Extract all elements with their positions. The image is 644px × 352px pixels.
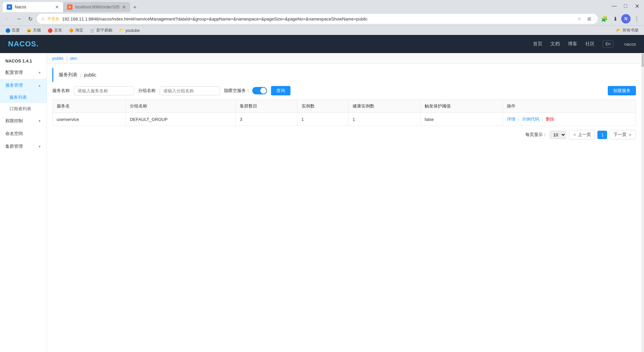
profile-button[interactable]: N: [621, 14, 631, 24]
close-button[interactable]: ✕: [633, 2, 641, 10]
per-page-select[interactable]: 10 20 50: [550, 131, 566, 139]
url-display: 192.168.11.1:8848/nacos/index.html#/serv…: [62, 16, 572, 21]
ns-tab-dev[interactable]: dev: [70, 56, 77, 61]
maximize-button[interactable]: □: [621, 2, 630, 10]
reload-button[interactable]: ↻: [25, 14, 35, 24]
service-table: 服务名 分组名称 集群数目 实例数 健康实例数 触发保护阈值 操作 userse…: [52, 99, 636, 126]
tab-order-close[interactable]: ✕: [122, 4, 126, 10]
browser-toolbar: ← → ↻ ⚠ 不安全 192.168.11.1:8848/nacos/inde…: [0, 12, 644, 26]
sidebar-version: NACOS 1.4.1: [0, 53, 47, 66]
menu-button[interactable]: ⋮: [632, 14, 641, 24]
bookmark-taobao[interactable]: 🔶 淘宝: [66, 27, 86, 34]
new-tab-button[interactable]: +: [130, 3, 140, 12]
nav-home[interactable]: 首页: [533, 41, 542, 47]
group-name-input[interactable]: [160, 86, 220, 95]
browser-titlebar: N Nacos ✕ ⊙ localhost:8080/order/105 ✕ +…: [0, 0, 644, 12]
browser-toolbar-actions: 🧩 ⬇ N ⋮: [600, 14, 641, 24]
bookmark-jd[interactable]: 🔴 京东: [45, 27, 65, 34]
youtube-label: youtube: [125, 28, 140, 33]
action-sample-code[interactable]: 示例代码: [522, 117, 539, 122]
browser-tab-order[interactable]: ⊙ localhost:8080/order/105 ✕: [63, 2, 130, 12]
action-delete[interactable]: 删除: [546, 117, 554, 122]
lang-button[interactable]: En: [603, 40, 614, 48]
page-header: 服务列表 | public: [52, 68, 636, 82]
extensions-button[interactable]: 🧩: [600, 14, 609, 24]
baidu-icon: 🔵: [5, 28, 10, 33]
address-bar[interactable]: ⚠ 不安全 192.168.11.1:8848/nacos/index.html…: [37, 14, 598, 24]
tab-nacos-label: Nacos: [15, 5, 52, 9]
browser-tabs: N Nacos ✕ ⊙ localhost:8080/order/105 ✕ +: [3, 0, 610, 12]
pagination: 每页显示： 10 20 50 ＜ 上一页 1 下一页 ＞: [47, 126, 641, 143]
minimize-button[interactable]: —: [610, 2, 619, 10]
main-layout: NACOS 1.4.1 配置管理 ▼ 服务管理 ▲ 服务列表 订阅者列表 权限控…: [0, 53, 644, 352]
col-actions: 操作: [503, 100, 636, 113]
nacos-topnav: NACOS. 首页 文档 博客 社区 En nacos: [0, 35, 644, 53]
service-table-container: 服务名 分组名称 集群数目 实例数 健康实例数 触发保护阈值 操作 userse…: [47, 99, 641, 126]
col-threshold: 触发保护阈值: [420, 100, 503, 113]
query-button[interactable]: 查询: [271, 86, 290, 95]
cell-healthy-count: 1: [348, 113, 421, 126]
cell-group-name: DEFAULT_GROUP: [126, 113, 236, 126]
window-controls: — □ ✕: [610, 2, 641, 10]
bookmark-baidu[interactable]: 🔵 百度: [3, 27, 22, 34]
bookmark-star-icon[interactable]: ☆: [575, 14, 584, 23]
bookmark-all[interactable]: 📂 所有书签: [613, 27, 641, 34]
filter-bar: 服务名称 分组名称 隐匿空服务： 查询 创建服务: [47, 82, 641, 99]
folder-icon: 📁: [119, 28, 124, 33]
table-row: userservice DEFAULT_GROUP 3 1 1 false 详情…: [53, 113, 636, 126]
col-group-name: 分组名称: [126, 100, 236, 113]
create-service-button[interactable]: 创建服务: [608, 86, 636, 95]
extensions-icon[interactable]: ⊞: [585, 14, 594, 23]
username-display: nacos: [624, 42, 636, 47]
prev-page-button[interactable]: ＜ 上一页: [569, 130, 595, 139]
nacos-logo: NACOS.: [8, 40, 39, 48]
sidebar-item-service[interactable]: 服务管理 ▲: [0, 79, 47, 92]
sidebar-item-config[interactable]: 配置管理 ▼: [0, 66, 47, 79]
hide-empty-toggle-wrap: 隐匿空服务：: [224, 87, 267, 94]
col-service-name: 服务名: [53, 100, 126, 113]
hide-empty-label: 隐匿空服务：: [224, 88, 250, 94]
action-detail[interactable]: 详情: [507, 117, 516, 122]
security-label: 不安全: [47, 16, 59, 22]
hide-empty-toggle[interactable]: [252, 87, 267, 94]
service-name-label: 服务名称: [52, 88, 70, 94]
browser-window: N Nacos ✕ ⊙ localhost:8080/order/105 ✕ +…: [0, 0, 644, 35]
cluster-arrow-icon: ▼: [38, 145, 41, 148]
forward-button[interactable]: →: [14, 14, 23, 24]
cell-instance-count: 1: [297, 113, 348, 126]
downloads-button[interactable]: ⬇: [610, 14, 620, 24]
next-page-button[interactable]: 下一页 ＞: [610, 130, 636, 139]
bookmark-suning[interactable]: 🛒 苏宁易购: [87, 27, 115, 34]
right-scrollbar[interactable]: [641, 53, 644, 352]
page-title: 服务列表: [59, 72, 77, 78]
page-wrapper: NACOS. 首页 文档 博客 社区 En nacos NACOS 1.4.1 …: [0, 35, 644, 352]
ns-tab-public[interactable]: public: [52, 56, 64, 61]
sidebar-item-cluster[interactable]: 集群管理 ▼: [0, 140, 47, 153]
bookmark-youtube[interactable]: 📁 youtube: [116, 28, 143, 34]
nav-community[interactable]: 社区: [585, 41, 595, 47]
tab-nacos-close[interactable]: ✕: [55, 4, 59, 10]
nav-blog[interactable]: 博客: [568, 41, 577, 47]
bookmark-tianmao[interactable]: 🐱 天猫: [24, 27, 44, 34]
service-name-input[interactable]: [74, 86, 134, 95]
nav-docs[interactable]: 文档: [550, 41, 560, 47]
auth-arrow-icon: ▼: [38, 119, 41, 123]
service-arrow-icon: ▲: [38, 84, 41, 87]
config-arrow-icon: ▼: [38, 71, 41, 75]
content-area: public | dev 服务列表 | public 服务名称 分组名称 隐匿空…: [47, 53, 641, 352]
back-button[interactable]: ←: [3, 14, 12, 24]
sidebar-item-auth[interactable]: 权限控制 ▼: [0, 115, 47, 127]
browser-tab-nacos[interactable]: N Nacos ✕: [3, 2, 63, 12]
suning-icon: 🛒: [90, 28, 95, 33]
sidebar-item-namespace[interactable]: 命名空间: [0, 127, 47, 140]
current-page: 1: [597, 131, 607, 139]
table-header-row: 服务名 分组名称 集群数目 实例数 健康实例数 触发保护阈值 操作: [53, 100, 636, 113]
scrollbar-thumb: [642, 54, 644, 67]
toggle-knob: [260, 88, 266, 94]
page-subtitle: public: [84, 72, 96, 78]
namespace-tabs: public | dev: [47, 53, 641, 64]
col-instance-count: 实例数: [297, 100, 348, 113]
group-name-label: 分组名称: [138, 88, 156, 94]
sidebar-subitem-subscriber-list[interactable]: 订阅者列表: [0, 103, 47, 115]
sidebar-subitem-service-list[interactable]: 服务列表: [0, 92, 47, 103]
